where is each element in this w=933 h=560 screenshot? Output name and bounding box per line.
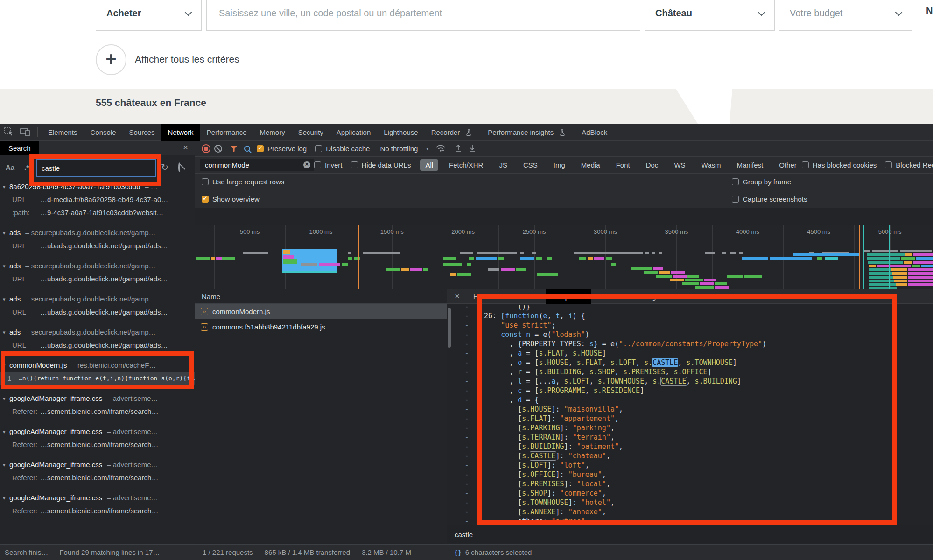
fold-marker-icon[interactable]: - [463,311,470,321]
search-result-detail[interactable]: Referer:…sement.bienici.com/iframe/searc… [0,438,195,451]
request-list-header[interactable]: Name [195,289,447,304]
fold-marker-icon[interactable]: - [463,433,470,442]
disable-cache-checkbox[interactable] [315,145,322,152]
network-conditions-icon[interactable] [435,144,446,154]
fold-marker-icon[interactable]: - [463,330,470,339]
blocked-requests-checkbox[interactable] [885,161,892,168]
devtools-tab-adblock[interactable]: AdBlock [575,124,614,141]
disclosure-triangle-icon[interactable]: ▾ [3,259,6,273]
devtools-tab-sources[interactable]: Sources [123,124,161,141]
devtools-tab-memory[interactable]: Memory [253,124,292,141]
search-result-item[interactable]: ▾8a620258-eb49-4c37-a0a7-1af91c03cddb– … [0,181,195,193]
name-column-header[interactable]: Name [202,293,220,301]
devtools-tab-network[interactable]: Network [161,124,200,141]
search-result-item[interactable]: ▾googleAdManager_iframe.css– advertiseme… [0,425,195,438]
search-result-item[interactable]: ▾googleAdManager_iframe.css– advertiseme… [0,491,195,504]
budget-dropdown[interactable]: Votre budget [779,0,912,31]
devtools-tab-performance[interactable]: Performance [200,124,253,141]
fold-marker-icon[interactable]: - [463,517,470,524]
transaction-type-dropdown[interactable]: Acheter [96,0,202,31]
response-tab-initiator[interactable]: Initiator [591,289,628,304]
disclosure-triangle-icon[interactable]: ▾ [3,392,6,405]
search-result-item[interactable]: ▾ads– securepubads.g.doubleclick.net/gam… [0,226,195,239]
devtools-tab-performance-insights[interactable]: Performance insights [481,124,575,141]
search-result-item[interactable]: ▾commonModern.js– res.bienici.com/cacheF… [0,359,195,372]
search-result-item[interactable]: ▾ads– securepubads.g.doubleclick.net/gam… [0,293,195,306]
search-icon[interactable] [244,146,250,152]
filter-type-all[interactable]: All [420,159,438,171]
fold-marker-icon[interactable]: - [463,461,470,470]
fold-marker-icon[interactable]: - [463,395,470,405]
fold-marker-icon[interactable]: - [463,489,470,498]
fold-marker-icon[interactable]: - [463,339,470,349]
use-large-rows-label[interactable]: Use large request rows [212,178,284,186]
filter-type-css[interactable]: CSS [518,159,543,171]
fold-marker-icon[interactable]: - [463,367,470,377]
fold-marker-icon[interactable]: - [463,442,470,451]
filter-icon[interactable] [230,146,238,152]
disclosure-triangle-icon[interactable]: ▾ [3,181,6,193]
clear-network-log-icon[interactable] [214,145,222,153]
devtools-tab-lighthouse[interactable]: Lighthouse [377,124,424,141]
search-result-detail[interactable]: :path:…9-4c37-a0a7-1af91c03cddb?websit… [0,206,195,219]
fold-marker-icon[interactable]: - [463,414,470,423]
network-overview-waterfall[interactable]: 500 ms1000 ms1500 ms2000 ms2500 ms3000 m… [195,225,933,289]
response-find-bar[interactable]: castle [447,525,933,543]
clear-filter-icon[interactable] [303,161,310,168]
search-query-input[interactable] [36,159,156,177]
filter-type-doc[interactable]: Doc [641,159,664,171]
show-all-criteria-label[interactable]: Afficher tous les critères [135,54,239,65]
devtools-tab-security[interactable]: Security [292,124,330,141]
filter-type-manifest[interactable]: Manifest [732,159,769,171]
group-by-frame-label[interactable]: Group by frame [743,178,791,186]
disclosure-triangle-icon[interactable]: ▾ [3,425,6,438]
inspect-element-icon[interactable] [4,127,14,137]
response-tab-headers[interactable]: Headers [466,289,507,304]
request-row[interactable]: ‹›commons.f51abb8b94211dbfa929.js [195,319,447,335]
response-tab-timing[interactable]: Timing [628,289,663,304]
import-har-icon[interactable] [454,144,463,154]
regex-toggle[interactable]: .* [24,163,29,171]
fold-marker-icon[interactable]: - [463,305,470,311]
fold-marker-icon[interactable]: - [463,349,470,358]
search-result-detail[interactable]: Referer:…sement.bienici.com/iframe/searc… [0,471,195,484]
filter-type-other[interactable]: Other [774,159,802,171]
invert-checkbox[interactable] [314,161,321,168]
fold-marker-icon[interactable]: - [463,507,470,517]
fold-marker-icon[interactable]: - [463,498,470,507]
fold-marker-icon[interactable]: - [463,451,470,461]
preserve-log-checkbox[interactable] [257,145,264,152]
disclosure-triangle-icon[interactable]: ▾ [3,226,6,239]
search-result-item[interactable]: ▾ads– securepubads.g.doubleclick.net/gam… [0,259,195,273]
fold-marker-icon[interactable]: - [463,470,470,479]
response-tab-response[interactable]: Response [546,289,591,304]
filter-type-media[interactable]: Media [576,159,605,171]
capture-screenshots-checkbox[interactable] [732,196,739,203]
match-case-toggle[interactable]: Aa [6,163,14,171]
search-result-item[interactable]: ▾googleAdManager_iframe.css– advertiseme… [0,392,195,405]
request-row[interactable]: ‹›commonModern.js [195,304,447,319]
preserve-log-label[interactable]: Preserve log [267,145,307,153]
show-overview-checkbox[interactable] [202,196,209,203]
search-result-item[interactable]: ▾googleAdManager_iframe.css– advertiseme… [0,458,195,471]
disclosure-triangle-icon[interactable]: ▾ [3,326,6,339]
record-network-log-icon[interactable] [202,144,210,153]
response-code-viewer[interactable]: - ()}-26: [function(e, t, i) {- "use str… [447,305,933,524]
disclosure-triangle-icon[interactable]: ▾ [3,293,6,306]
search-result-item[interactable]: ▾ads– securepubads.g.doubleclick.net/gam… [0,326,195,339]
hide-data-urls-label[interactable]: Hide data URLs [362,161,411,169]
fold-marker-icon[interactable]: - [463,358,470,367]
filter-type-img[interactable]: Img [548,159,570,171]
devtools-tab-application[interactable]: Application [330,124,377,141]
refresh-icon[interactable]: ↻ [161,162,168,173]
close-icon[interactable]: × [183,142,188,153]
fold-marker-icon[interactable]: - [463,405,470,414]
fold-marker-icon[interactable]: - [463,321,470,330]
network-filter-input[interactable] [200,159,314,171]
device-toolbar-icon[interactable] [20,127,31,137]
filter-type-fetch-xhr[interactable]: Fetch/XHR [444,159,488,171]
hide-data-urls-checkbox[interactable] [351,161,358,168]
invert-label[interactable]: Invert [325,161,343,169]
search-result-detail[interactable]: Referer:…sement.bienici.com/iframe/searc… [0,405,195,418]
search-result-detail[interactable]: Referer:…sement.bienici.com/iframe/searc… [0,504,195,515]
